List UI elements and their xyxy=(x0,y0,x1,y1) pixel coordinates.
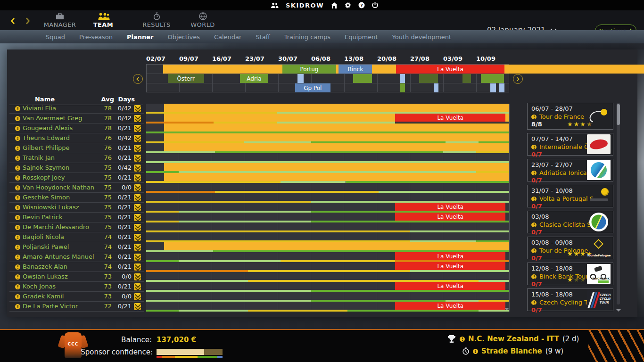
race-bar[interactable]: La Vuelta xyxy=(396,65,504,74)
rider-row[interactable]: Bevin Patrick750/21 xyxy=(9,213,144,222)
race-card[interactable]: 31/07 - 10/08Volta a Portugal S..0/7 xyxy=(527,185,613,207)
rider-row[interactable]: Banaszek Alan740/21 xyxy=(9,262,144,272)
event-row[interactable]: Strade Bianche(9 w) xyxy=(462,347,563,355)
race-bar-small[interactable] xyxy=(462,74,471,83)
race-bar-small[interactable] xyxy=(400,74,405,83)
fitness-block[interactable] xyxy=(164,163,509,171)
race-bar-small[interactable] xyxy=(504,65,644,74)
gear-icon[interactable] xyxy=(345,2,351,8)
power-icon[interactable] xyxy=(372,2,378,8)
subnav-item-youth-development[interactable]: Youth development xyxy=(392,33,452,41)
home-icon[interactable] xyxy=(331,2,338,8)
fitness-block[interactable] xyxy=(164,242,509,250)
sponsor-segment xyxy=(198,356,217,358)
fitness-block[interactable] xyxy=(164,133,509,141)
subnav-item-planner[interactable]: Planner xyxy=(127,33,154,41)
rider-row[interactable]: Van Avermaet Greg780/42 xyxy=(9,114,144,123)
race-bar-small[interactable] xyxy=(434,83,438,92)
rider-row[interactable]: Tratnik Jan760/21 xyxy=(9,153,144,163)
tab-team[interactable]: TEAM xyxy=(81,12,126,30)
rider-row[interactable]: Wisniowski Lukasz750/21 xyxy=(9,203,144,213)
subnav-item-pre-season[interactable]: Pre-season xyxy=(79,33,113,41)
rider-row[interactable]: Poljanski Pawel740/21 xyxy=(9,242,144,252)
rider-row[interactable]: Amaro Antunes Manuel740/21 xyxy=(9,252,144,262)
tab-results[interactable]: RESULTS xyxy=(134,12,179,30)
timeline-scroll-left-button[interactable] xyxy=(133,74,143,84)
rider-row[interactable]: Koch Jonas730/21 xyxy=(9,282,144,292)
sidebar-scrollbar[interactable] xyxy=(617,103,620,304)
event-row[interactable]: N.C. New Zealand - ITT(2 d) xyxy=(447,335,579,343)
timeline-tick-label: 23/07 xyxy=(245,55,264,62)
race-bar[interactable]: Binck xyxy=(339,65,372,74)
race-schedule-block[interactable]: La Vuelta xyxy=(395,203,505,211)
race-bar[interactable]: Portug xyxy=(282,65,336,74)
race-bar[interactable]: Gp Pol xyxy=(295,83,330,92)
forward-arrow-icon[interactable] xyxy=(24,16,32,25)
race-schedule-block[interactable]: La Vuelta xyxy=(395,282,505,290)
race-bar-small[interactable] xyxy=(490,83,496,92)
game-screen: SKIDROW ? MANAGER TEAM RESULTS WORLD 02 … xyxy=(0,0,644,362)
race-card[interactable]: 03/08Clasica Ciclista Sa..0/7 xyxy=(527,211,613,233)
race-card[interactable]: 03/08 - 09/08Tour de Pologne0/7★★★★Tourd… xyxy=(527,237,613,259)
sidebar-scroll-down-icon[interactable] xyxy=(616,309,621,314)
svg-text:?: ? xyxy=(360,3,363,8)
race-bar-small[interactable] xyxy=(499,83,505,92)
help-icon[interactable]: ? xyxy=(358,2,365,8)
race-schedule-block[interactable]: La Vuelta xyxy=(395,302,505,310)
race-card[interactable]: 12/08 - 18/08Binck Bank Tour0/7★★★★BINCK… xyxy=(527,263,613,285)
timeline-scroll-right-button[interactable] xyxy=(513,74,523,84)
sponsor-confidence-bar xyxy=(157,349,223,355)
gantt-scroll-down-icon[interactable] xyxy=(504,308,509,313)
fitness-block[interactable] xyxy=(164,143,509,151)
fitness-block[interactable] xyxy=(164,104,509,112)
subnav-item-objectives[interactable]: Objectives xyxy=(168,33,200,41)
fitness-block[interactable] xyxy=(505,114,509,122)
race-schedule-block[interactable]: La Vuelta xyxy=(395,213,505,221)
users-icon[interactable] xyxy=(271,2,279,8)
race-bar-small[interactable] xyxy=(353,74,372,83)
race-card[interactable]: 07/07 - 14/07Internationale Öst..0/7 xyxy=(527,133,613,156)
rider-row[interactable]: Bagioli Nicola740/21 xyxy=(9,232,144,242)
subnav-item-training-camps[interactable]: Training camps xyxy=(284,33,330,41)
rider-row[interactable]: Rosskopf Joey750/21 xyxy=(9,173,144,183)
race-card[interactable]: 23/07 - 27/07Adriatica Ionica R..0/7 xyxy=(527,159,613,181)
rider-row[interactable]: Sajnok Szymon750/42 xyxy=(9,163,144,173)
rider-row[interactable]: Viviani Elia780/42 xyxy=(9,104,144,114)
race-bar-small[interactable] xyxy=(297,74,303,83)
fitness-block[interactable] xyxy=(164,123,509,132)
race-bar-small[interactable] xyxy=(372,65,396,74)
tab-manager[interactable]: MANAGER xyxy=(37,12,83,30)
tab-world[interactable]: WORLD xyxy=(180,12,225,30)
rider-row[interactable]: Gradek Kamil730/0 xyxy=(9,292,144,302)
race-bar[interactable]: Adria xyxy=(240,74,268,83)
race-schedule-block[interactable]: La Vuelta xyxy=(395,114,505,122)
race-bar-small[interactable] xyxy=(419,74,438,83)
header-name: Name xyxy=(9,96,80,103)
race-bar-small[interactable] xyxy=(481,74,504,83)
race-bar[interactable]: Österr xyxy=(168,74,204,83)
race-card[interactable]: 15/08 - 18/08Czech Cycling Tour0/7CZECH … xyxy=(527,288,613,311)
subnav-item-equipment[interactable]: Equipment xyxy=(345,33,378,41)
fitness-block[interactable] xyxy=(164,173,509,181)
rider-row[interactable]: De La Parte Victor720/21 xyxy=(9,302,144,312)
subnav-item-squad[interactable]: Squad xyxy=(46,33,65,41)
race-schedule-block[interactable]: La Vuelta xyxy=(395,252,505,260)
rider-row[interactable]: Geschke Simon750/21 xyxy=(9,193,144,203)
back-arrow-icon[interactable] xyxy=(8,16,17,25)
fitness-block[interactable] xyxy=(164,114,395,122)
rider-row[interactable]: De Marchi Alessandro750/21 xyxy=(9,222,144,232)
race-bar-small[interactable] xyxy=(163,65,282,74)
rider-row[interactable]: Owsian Lukasz730/0 xyxy=(9,272,144,282)
rider-row[interactable]: Theuns Edward760/42 xyxy=(9,133,144,143)
jersey-badge-icon xyxy=(134,135,141,142)
race-schedule-block[interactable]: La Vuelta xyxy=(395,262,505,270)
race-card[interactable]: 06/07 - 28/07Tour de France8/8★★★★ xyxy=(527,103,613,130)
rider-row[interactable]: Gilbert Philippe760/21 xyxy=(9,143,144,153)
subnav-item-calendar[interactable]: Calendar xyxy=(214,33,241,41)
rider-row[interactable]: Gougeard Alexis780/21 xyxy=(9,123,144,133)
subnav-item-staff[interactable]: Staff xyxy=(256,33,270,41)
scrollbar-thumb[interactable] xyxy=(617,104,620,125)
rider-row[interactable]: Van Hooydonck Nathan750/0 xyxy=(9,183,144,193)
timeline-tick-label: 06/08 xyxy=(311,55,330,62)
race-bar-small[interactable] xyxy=(400,83,405,92)
